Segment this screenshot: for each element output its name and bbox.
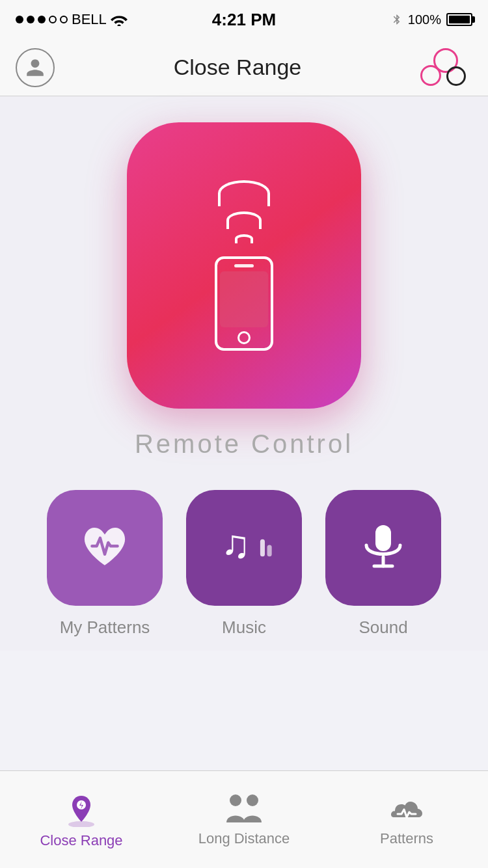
tab-bar: Close Range Long Distance Patterns: [0, 770, 488, 868]
battery-icon: [446, 13, 472, 26]
remote-icon: [215, 180, 273, 351]
feature-sound[interactable]: Sound: [325, 490, 441, 638]
features-row: My Patterns ♫ Music: [27, 490, 461, 638]
dot3: [38, 16, 46, 23]
dot4: [49, 16, 57, 23]
devices-button[interactable]: [420, 48, 472, 87]
tab-close-range-label: Close Range: [40, 832, 122, 849]
dot2: [27, 16, 34, 23]
avatar-button[interactable]: [16, 48, 55, 87]
mic-icon: [357, 522, 409, 574]
dot5: [60, 16, 68, 23]
my-patterns-card[interactable]: [47, 490, 163, 606]
arc-medium: [226, 211, 262, 229]
tab-patterns[interactable]: Patterns: [342, 793, 472, 847]
battery-percent: 100%: [408, 12, 441, 27]
arc-small: [235, 234, 253, 243]
phone-speaker: [234, 264, 254, 267]
status-left: BELL: [16, 11, 128, 28]
status-time: 4:21 PM: [212, 10, 276, 30]
phone-body: [215, 256, 273, 351]
heart-wave-icon: [75, 522, 134, 574]
phone-home-button: [237, 331, 251, 344]
tab-long-distance-label: Long Distance: [198, 830, 290, 847]
arc-large: [218, 180, 270, 206]
battery-fill: [449, 16, 470, 23]
patterns-tab-icon: [387, 793, 426, 825]
device3-circle: [446, 66, 466, 86]
remote-control-button[interactable]: [127, 122, 361, 409]
tab-patterns-label: Patterns: [380, 830, 433, 847]
remote-control-label: Remote Control: [135, 429, 353, 459]
music-note-icon: ♫: [215, 522, 273, 574]
tab-close-range[interactable]: Close Range: [16, 791, 146, 849]
sound-card[interactable]: [325, 490, 441, 606]
svg-rect-1: [260, 539, 265, 557]
device2-circle: [420, 65, 441, 86]
main-content: Remote Control My Patterns ♫: [0, 96, 488, 651]
svg-point-6: [68, 821, 94, 827]
page-title: Close Range: [174, 55, 302, 80]
close-range-tab-icon: [62, 791, 101, 827]
long-distance-tab-icon: [221, 793, 267, 825]
carrier-label: BELL: [72, 11, 107, 28]
nav-bar: Close Range: [0, 39, 488, 96]
svg-text:♫: ♫: [221, 522, 250, 566]
svg-rect-2: [267, 545, 272, 557]
feature-my-patterns[interactable]: My Patterns: [47, 490, 163, 638]
wifi-status-icon: [111, 13, 128, 26]
my-patterns-label: My Patterns: [60, 617, 150, 638]
feature-music[interactable]: ♫ Music: [186, 490, 302, 638]
svg-rect-3: [375, 525, 391, 551]
tab-long-distance[interactable]: Long Distance: [179, 793, 309, 847]
music-card[interactable]: ♫: [186, 490, 302, 606]
signal-dots: [16, 16, 68, 23]
phone-screen: [220, 271, 268, 327]
svg-point-8: [230, 794, 241, 806]
sound-label: Sound: [359, 617, 407, 638]
status-right: 100%: [391, 12, 472, 27]
status-bar: BELL 4:21 PM 100%: [0, 0, 488, 39]
music-label: Music: [222, 617, 266, 638]
bluetooth-icon: [391, 12, 403, 27]
dot1: [16, 16, 23, 23]
wifi-arcs: [218, 180, 270, 243]
user-icon: [25, 57, 46, 78]
svg-point-9: [247, 794, 258, 806]
